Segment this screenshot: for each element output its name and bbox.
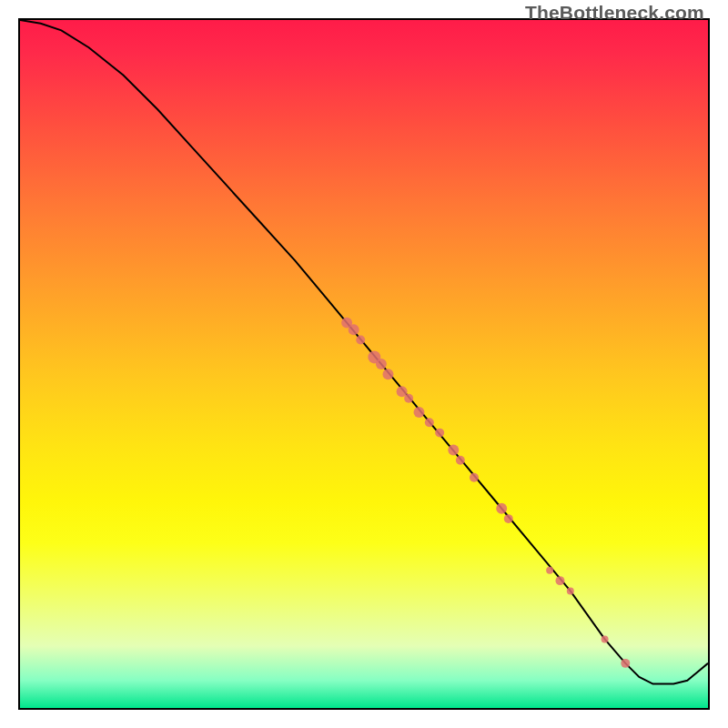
data-marker — [555, 576, 564, 585]
data-marker — [448, 445, 459, 456]
data-marker — [470, 473, 479, 482]
data-marker — [621, 659, 630, 668]
line-series — [20, 20, 708, 684]
data-marker — [435, 429, 444, 438]
data-marker — [382, 369, 393, 379]
data-marker — [376, 359, 387, 369]
data-marker — [567, 588, 574, 595]
data-marker — [504, 514, 513, 523]
data-marker — [546, 567, 553, 574]
data-marker — [425, 418, 434, 427]
data-marker — [602, 635, 609, 642]
data-marker — [414, 407, 425, 418]
data-marker — [456, 456, 465, 465]
data-marker — [356, 336, 365, 345]
data-marker — [496, 503, 507, 514]
data-marker — [349, 324, 359, 335]
chart-container: TheBottleneck.com — [0, 0, 728, 728]
plot-area — [18, 18, 710, 710]
data-marker — [404, 394, 413, 403]
chart-svg — [20, 20, 708, 708]
watermark-text: TheBottleneck.com — [525, 2, 704, 24]
curve-line — [20, 20, 708, 684]
